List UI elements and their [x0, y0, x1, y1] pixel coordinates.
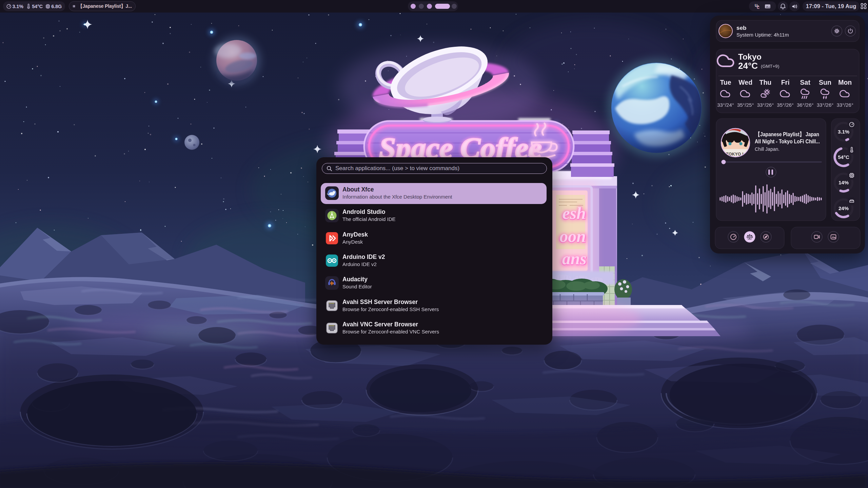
svg-text:14%: 14%	[839, 180, 849, 185]
svg-text:Wed: Wed	[738, 79, 752, 86]
svg-text:33°/26°: 33°/26°	[817, 102, 834, 108]
svg-text:33°/24°: 33°/24°	[717, 102, 734, 108]
svg-text:Sat: Sat	[800, 79, 811, 86]
svg-text:36°/26°: 36°/26°	[797, 102, 814, 108]
svg-text:Tokyo: Tokyo	[738, 52, 762, 61]
svg-text:Chill Japan.: Chill Japan.	[755, 146, 780, 152]
svg-text:Tue: Tue	[720, 79, 731, 86]
svg-text:35°/26°: 35°/26°	[777, 102, 794, 108]
svg-text:33°/26°: 33°/26°	[757, 102, 774, 108]
svg-text:35°/25°: 35°/25°	[737, 102, 754, 108]
svg-text:Sun: Sun	[819, 79, 831, 86]
svg-text:24%: 24%	[839, 205, 849, 211]
svg-text:All Night - Tokyo LoFi Chill..: All Night - Tokyo LoFi Chill...	[755, 138, 820, 144]
svg-text:33°/26°: 33°/26°	[836, 102, 853, 108]
svg-text:Thu: Thu	[760, 79, 772, 86]
svg-text:【Japanese Playlist】 Japan: 【Japanese Playlist】 Japan	[755, 131, 819, 137]
svg-text:Mon: Mon	[838, 79, 852, 86]
svg-text:24°C: 24°C	[738, 61, 758, 71]
svg-text:System Uptime: 4h11m: System Uptime: 4h11m	[736, 32, 789, 38]
svg-text:seb: seb	[736, 25, 746, 31]
svg-text:(GMT+9): (GMT+9)	[761, 64, 779, 69]
svg-text:3.1%: 3.1%	[838, 129, 849, 135]
svg-text:54°C: 54°C	[838, 154, 849, 160]
svg-text:Fri: Fri	[781, 79, 790, 86]
